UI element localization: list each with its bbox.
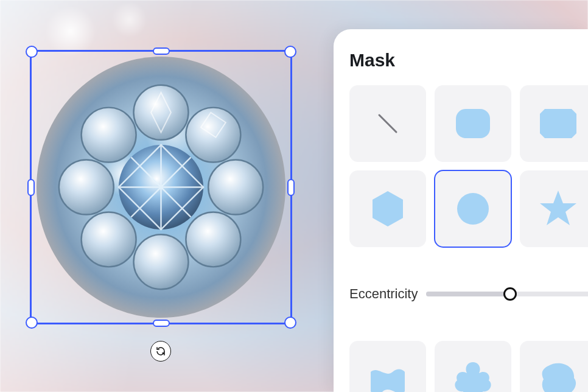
mask-shape-circle[interactable] [435, 170, 511, 247]
eccentricity-row: Eccentricity [349, 256, 588, 332]
svg-point-4 [134, 234, 189, 289]
resize-handle-tr[interactable] [284, 46, 296, 58]
mask-shape-clipped-rect[interactable] [520, 85, 588, 162]
mask-shape-wave[interactable] [349, 341, 426, 392]
svg-point-7 [82, 108, 136, 163]
mask-shape-none[interactable] [349, 85, 426, 162]
blob-icon [534, 355, 583, 392]
svg-point-6 [59, 160, 114, 215]
resize-handle-bottom[interactable] [153, 320, 170, 327]
eccentricity-thumb[interactable] [503, 287, 517, 301]
clipped-rect-icon [534, 99, 583, 148]
mask-shape-star[interactable] [520, 170, 588, 247]
panel-title: Mask [349, 50, 576, 71]
star-icon [534, 184, 583, 233]
mask-shape-blob[interactable] [520, 341, 588, 392]
squircle-icon [449, 99, 497, 148]
resize-handle-br[interactable] [284, 317, 296, 329]
selection-frame[interactable] [32, 52, 290, 323]
svg-line-14 [379, 115, 396, 132]
svg-point-2 [208, 160, 263, 215]
svg-marker-16 [373, 191, 403, 226]
wave-icon [363, 355, 412, 392]
rotate-handle[interactable] [150, 341, 171, 362]
shape-grid: Eccentricity [349, 85, 576, 392]
svg-rect-15 [456, 109, 490, 138]
resize-handle-left[interactable] [27, 179, 35, 196]
diamond-ring-illustration [37, 57, 285, 318]
resize-handle-bl[interactable] [26, 317, 38, 329]
rotate-icon [155, 346, 166, 357]
hexagon-icon [363, 184, 412, 233]
svg-point-17 [457, 193, 489, 225]
flower-icon [449, 355, 497, 392]
svg-point-1 [186, 108, 240, 163]
resize-handle-top[interactable] [153, 47, 170, 55]
mask-shape-flower[interactable] [435, 341, 511, 392]
mask-shape-hexagon[interactable] [349, 170, 426, 247]
mask-panel: Mask [334, 29, 588, 392]
svg-marker-18 [540, 191, 576, 225]
svg-point-3 [186, 212, 240, 267]
resize-handle-right[interactable] [287, 179, 295, 196]
masked-image-preview [37, 57, 285, 318]
circle-icon [449, 184, 497, 233]
resize-handle-tl[interactable] [26, 46, 38, 58]
svg-point-5 [82, 212, 136, 267]
eccentricity-slider[interactable] [426, 292, 588, 296]
eccentricity-label: Eccentricity [349, 286, 418, 302]
eccentricity-track-fill [426, 292, 510, 296]
none-icon [363, 99, 412, 148]
mask-shape-squircle[interactable] [435, 85, 511, 162]
